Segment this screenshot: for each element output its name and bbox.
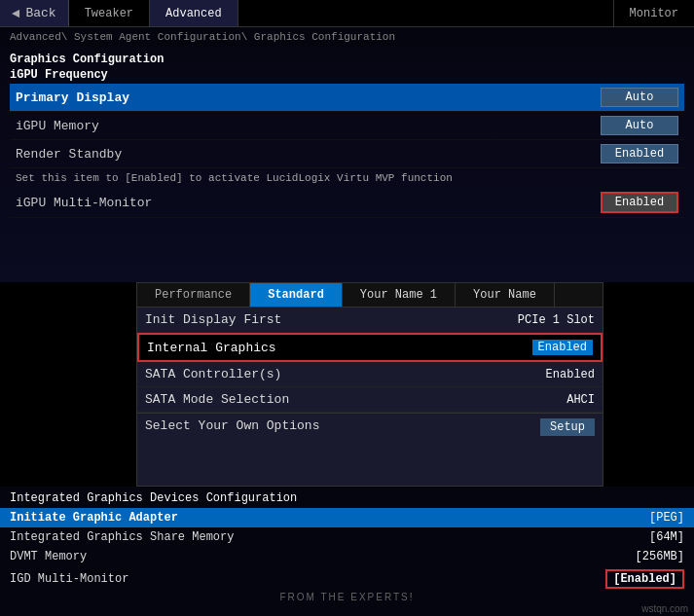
info-text: Set this item to [Enabled] to activate L… — [10, 168, 684, 188]
row-igpu-multimonitor[interactable]: iGPU Multi-Monitor Enabled — [10, 188, 684, 218]
row-primary-display[interactable]: Primary Display Auto — [10, 84, 684, 112]
mid-label-init-display: Init Display First — [145, 312, 281, 327]
row-igpu-memory[interactable]: iGPU Memory Auto — [10, 112, 684, 140]
mid-value-init-display: PCIe 1 Slot — [518, 313, 595, 327]
tab-performance[interactable]: Performance — [137, 283, 250, 307]
mid-label-internal-graphics: Internal Graphics — [147, 341, 276, 355]
tab-your-name[interactable]: Your Name — [456, 283, 555, 307]
bottom-row-initiate-adapter[interactable]: Initiate Graphic Adapter [PEG] — [0, 508, 694, 527]
mid-value-sata-mode: AHCI — [566, 393, 595, 407]
header-bar: ◄ Back Tweaker Advanced Monitor — [0, 0, 694, 27]
section-title-graphics: Graphics Configuration — [10, 53, 684, 66]
tab-your-name-1[interactable]: Your Name 1 — [343, 283, 456, 307]
value-igpu-multimonitor[interactable]: Enabled — [601, 192, 678, 213]
setup-button[interactable]: Setup — [540, 418, 595, 436]
bottom-table: Initiate Graphic Adapter [PEG] Integrate… — [0, 508, 694, 592]
back-button[interactable]: ◄ Back — [0, 0, 69, 26]
bottom-row-dvmt-memory[interactable]: DVMT Memory [256MB] — [0, 547, 694, 566]
mid-tabs: Performance Standard Your Name 1 Your Na… — [137, 283, 603, 308]
mid-footer: Select Your Own Options Setup — [137, 413, 603, 441]
value-igpu-memory[interactable]: Auto — [601, 116, 678, 135]
bottom-row-igd-multimonitor[interactable]: IGD Multi-Monitor [Enabled] — [0, 566, 694, 592]
tab-monitor[interactable]: Monitor — [613, 0, 694, 26]
mid-footer-label: Select Your Own Options — [145, 418, 319, 436]
row-render-standby[interactable]: Render Standby Enabled — [10, 140, 684, 168]
bios-table: Primary Display Auto iGPU Memory Auto Re… — [10, 84, 684, 218]
mid-row-internal-graphics[interactable]: Internal Graphics Enabled — [137, 333, 603, 362]
watermark: wstqn.com — [641, 603, 688, 614]
mid-content: Init Display First PCIe 1 Slot Internal … — [137, 308, 603, 441]
back-label: Back — [25, 6, 55, 20]
b-value-igd-multimonitor: [Enabled] — [605, 569, 684, 589]
mid-row-sata-mode[interactable]: SATA Mode Selection AHCI — [137, 387, 603, 413]
b-label-initiate-adapter: Initiate Graphic Adapter — [10, 511, 178, 525]
bottom-bios-section: Integrated Graphics Devices Configuratio… — [0, 487, 694, 616]
middle-panel: Performance Standard Your Name 1 Your Na… — [136, 282, 603, 487]
value-primary-display[interactable]: Auto — [601, 88, 678, 107]
section-title-igpu-freq: iGPU Frequency — [10, 68, 684, 82]
mid-row-sata-controller[interactable]: SATA Controller(s) Enabled — [137, 362, 603, 387]
mid-label-sata-mode: SATA Mode Selection — [145, 392, 289, 407]
tab-tweaker[interactable]: Tweaker — [69, 0, 150, 26]
mid-label-sata-controller: SATA Controller(s) — [145, 367, 281, 381]
top-bios-section: ◄ Back Tweaker Advanced Monitor Advanced… — [0, 0, 694, 282]
bottom-title: Integrated Graphics Devices Configuratio… — [0, 487, 694, 508]
value-render-standby[interactable]: Enabled — [601, 144, 678, 163]
label-primary-display: Primary Display — [16, 91, 129, 105]
label-igpu-multimonitor: iGPU Multi-Monitor — [16, 196, 152, 210]
tab-advanced[interactable]: Advanced — [150, 0, 238, 26]
label-igpu-memory: iGPU Memory — [16, 119, 99, 133]
b-value-dvmt-memory: [256MB] — [636, 550, 684, 563]
footer-text: FROM THE EXPERTS! — [0, 592, 694, 602]
tab-standard[interactable]: Standard — [250, 283, 343, 307]
b-value-initiate-adapter: [PEG] — [649, 511, 684, 525]
back-arrow-icon: ◄ — [12, 6, 19, 21]
b-label-dvmt-memory: DVMT Memory — [10, 550, 87, 563]
b-value-share-memory: [64M] — [649, 530, 684, 544]
mid-value-internal-graphics: Enabled — [532, 340, 593, 355]
bottom-row-share-memory[interactable]: Integrated Graphics Share Memory [64M] — [0, 527, 694, 547]
b-label-share-memory: Integrated Graphics Share Memory — [10, 530, 234, 544]
label-render-standby: Render Standby — [16, 147, 122, 162]
breadcrumb: Advanced\ System Agent Configuration\ Gr… — [0, 27, 694, 47]
b-label-igd-multimonitor: IGD Multi-Monitor — [10, 572, 128, 586]
mid-value-sata-controller: Enabled — [546, 368, 595, 381]
bios-content: Graphics Configuration iGPU Frequency Pr… — [0, 47, 694, 224]
header-tabs: Tweaker Advanced Monitor — [69, 0, 694, 26]
mid-row-init-display[interactable]: Init Display First PCIe 1 Slot — [137, 308, 603, 333]
